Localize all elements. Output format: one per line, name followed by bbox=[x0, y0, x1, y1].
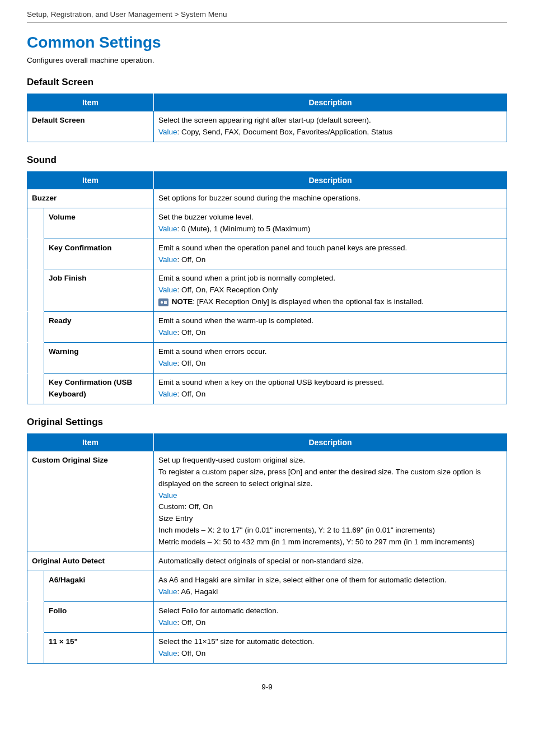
value-text: : Off, On, FAX Reception Only bbox=[177, 286, 278, 294]
desc-text: Emit a sound when a print job is normall… bbox=[158, 274, 335, 282]
row-label: Job Finish bbox=[44, 269, 154, 312]
row-label: Volume bbox=[44, 208, 154, 239]
value-label: Value bbox=[158, 255, 177, 264]
page-intro: Configures overall machine operation. bbox=[27, 56, 507, 64]
value-text: : Off, On bbox=[177, 649, 206, 657]
note-bold: NOTE bbox=[172, 297, 193, 306]
indent bbox=[27, 571, 44, 602]
row-auto-detect-label: Original Auto Detect bbox=[27, 552, 154, 571]
indent bbox=[27, 312, 44, 343]
row-desc: Select Folio for automatic detection. Va… bbox=[154, 601, 507, 632]
th-description: Description bbox=[154, 171, 507, 189]
line: To register a custom paper size, press [… bbox=[158, 468, 481, 488]
desc-text: As A6 and Hagaki are similar in size, se… bbox=[158, 576, 447, 584]
th-description: Description bbox=[154, 433, 507, 451]
row-label: Folio bbox=[44, 601, 154, 632]
row-label: Ready bbox=[44, 312, 154, 343]
indent bbox=[27, 632, 44, 663]
value-text: : Off, On bbox=[177, 359, 206, 367]
line: Custom: Off, On bbox=[158, 502, 213, 511]
value-label: Value bbox=[158, 128, 177, 136]
value-text: : Off, On bbox=[177, 618, 206, 627]
value-text: : A6, Hagaki bbox=[177, 587, 218, 596]
svg-rect-0 bbox=[158, 298, 168, 306]
row-desc: Emit a sound when the operation panel an… bbox=[154, 239, 507, 269]
value-text: : 0 (Mute), 1 (Minimum) to 5 (Maximum) bbox=[177, 225, 311, 233]
row-desc: Select the 11×15" size for automatic det… bbox=[154, 632, 507, 663]
row-buzzer-label: Buzzer bbox=[27, 189, 154, 208]
row-custom-desc: Set up frequently-used custom original s… bbox=[154, 451, 507, 552]
desc-text: Select Folio for automatic detection. bbox=[158, 606, 279, 615]
row-desc: Emit a sound when errors occur. Value: O… bbox=[154, 343, 507, 374]
row-label: Key Confirmation (USB Keyboard) bbox=[44, 373, 154, 404]
row-desc: Select the screen appearing right after … bbox=[154, 111, 507, 142]
value-label: Value bbox=[158, 328, 177, 337]
indent bbox=[27, 373, 44, 404]
indent bbox=[27, 343, 44, 374]
desc-text: Emit a sound when a key on the optional … bbox=[158, 378, 384, 386]
row-desc: Set the buzzer volume level. Value: 0 (M… bbox=[154, 208, 507, 239]
row-desc: Emit a sound when the warm-up is complet… bbox=[154, 312, 507, 343]
section-default-screen: Default Screen bbox=[27, 77, 507, 88]
row-label: Key Confirmation bbox=[44, 239, 154, 269]
indent bbox=[27, 601, 44, 632]
row-desc: As A6 and Hagaki are similar in size, se… bbox=[154, 571, 507, 602]
indent bbox=[27, 208, 44, 239]
th-description: Description bbox=[154, 94, 507, 111]
value-label: Value bbox=[158, 618, 177, 627]
th-item: Item bbox=[27, 171, 154, 189]
row-auto-detect-desc: Automatically detect originals of specia… bbox=[154, 552, 507, 571]
desc-text: Emit a sound when the warm-up is complet… bbox=[158, 316, 313, 325]
table-default-screen: Item Description Default Screen Select t… bbox=[27, 94, 507, 142]
indent bbox=[27, 269, 44, 312]
page-title: Common Settings bbox=[27, 34, 507, 52]
note-icon bbox=[158, 298, 168, 306]
row-label: 11 × 15" bbox=[44, 632, 154, 663]
line: Inch models – X: 2 to 17" (in 0.01" incr… bbox=[158, 526, 435, 534]
row-custom-label: Custom Original Size bbox=[27, 451, 154, 552]
row-label: A6/Hagaki bbox=[44, 571, 154, 602]
value-text: : Copy, Send, FAX, Document Box, Favorit… bbox=[177, 128, 393, 136]
desc-text: Select the screen appearing right after … bbox=[158, 116, 371, 124]
svg-point-1 bbox=[161, 301, 163, 304]
value-text: : Off, On bbox=[177, 328, 206, 337]
value-label: Value bbox=[158, 359, 177, 367]
section-original-settings: Original Settings bbox=[27, 417, 507, 428]
indent bbox=[27, 239, 44, 269]
value-label: Value bbox=[158, 587, 177, 596]
value-text: : Off, On bbox=[177, 255, 206, 264]
value-label: Value bbox=[158, 491, 177, 500]
row-desc: Emit a sound when a print job is normall… bbox=[154, 269, 507, 312]
desc-text: Emit a sound when errors occur. bbox=[158, 347, 267, 356]
value-label: Value bbox=[158, 225, 177, 233]
page-number: 9-9 bbox=[27, 683, 507, 691]
line: Size Entry bbox=[158, 514, 193, 522]
value-text: : Off, On bbox=[177, 390, 206, 398]
table-sound: Item Description Buzzer Set options for … bbox=[27, 171, 507, 404]
table-original-settings: Item Description Custom Original Size Se… bbox=[27, 433, 507, 664]
value-label: Value bbox=[158, 390, 177, 398]
line: Metric models – X: 50 to 432 mm (in 1 mm… bbox=[158, 538, 475, 546]
breadcrumb: Setup, Registration, and User Management… bbox=[27, 10, 507, 22]
desc-text: Emit a sound when the operation panel an… bbox=[158, 244, 407, 252]
note-text: : [FAX Reception Only] is displayed when… bbox=[193, 297, 424, 306]
row-label: Default Screen bbox=[27, 111, 154, 142]
section-sound: Sound bbox=[27, 155, 507, 166]
desc-text: Select the 11×15" size for automatic det… bbox=[158, 637, 314, 646]
th-item: Item bbox=[27, 433, 154, 451]
desc-text: Set the buzzer volume level. bbox=[158, 213, 254, 221]
value-label: Value bbox=[158, 286, 177, 294]
row-label: Warning bbox=[44, 343, 154, 374]
line: Set up frequently-used custom original s… bbox=[158, 456, 305, 464]
value-label: Value bbox=[158, 649, 177, 657]
row-buzzer-desc: Set options for buzzer sound during the … bbox=[154, 189, 507, 208]
row-desc: Emit a sound when a key on the optional … bbox=[154, 373, 507, 404]
th-item: Item bbox=[27, 94, 154, 111]
